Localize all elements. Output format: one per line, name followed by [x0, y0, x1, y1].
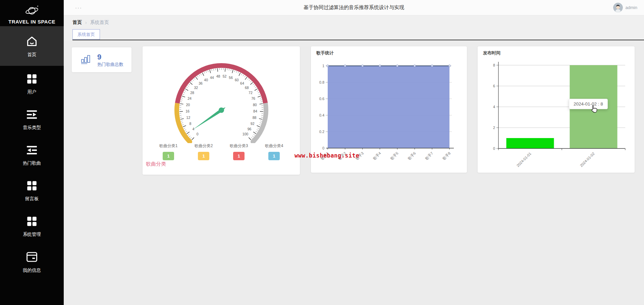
sidebar-item-users[interactable]: 用户: [0, 66, 64, 101]
svg-text:64: 64: [240, 81, 244, 85]
watermark: www.bishebang.site: [294, 152, 359, 159]
chart-tooltip: 2024-01-02 : 8: [569, 99, 608, 109]
planet-icon: [23, 4, 41, 18]
svg-text:24: 24: [187, 96, 192, 100]
svg-text:96: 96: [248, 127, 252, 131]
category-value-badge: 1: [198, 152, 209, 160]
logo: TRAVEL IN SPACE: [0, 0, 64, 26]
category-legend-item: 歌曲分类31: [224, 143, 253, 160]
svg-text:60: 60: [235, 78, 239, 82]
breadcrumb-home[interactable]: 首页: [72, 19, 82, 26]
release-bar-chart: 024682024-01-012024-01-02: [478, 46, 635, 173]
singer-chart-title: 歌手统计: [316, 50, 334, 56]
dashboard-content: 9 热门歌曲总数 0481216202428323640444852566064…: [64, 40, 644, 305]
svg-text:40: 40: [204, 78, 208, 82]
category-value-badge: 1: [163, 152, 174, 160]
svg-text:72: 72: [249, 91, 253, 95]
main-area: ··· 基于协同过滤算法的音乐推荐系统设计与实现 admin 首页 › 系统首页: [64, 0, 644, 305]
menu-collapse-button[interactable]: ···: [75, 5, 82, 10]
home-icon: [25, 34, 39, 48]
svg-text:28: 28: [190, 91, 194, 95]
svg-text:56: 56: [229, 76, 233, 80]
grid-icon: [25, 72, 39, 86]
gauge-category-legend: 歌曲分类11歌曲分类21歌曲分类31歌曲分类41: [154, 143, 288, 160]
category-name: 歌曲分类2: [189, 143, 218, 149]
svg-text:80: 80: [253, 103, 257, 107]
svg-text:0: 0: [322, 146, 324, 150]
svg-text:84: 84: [253, 109, 257, 113]
svg-text:2024-01-02: 2024-01-02: [579, 151, 595, 168]
svg-text:歌手8: 歌手8: [442, 151, 451, 161]
svg-text:4: 4: [193, 127, 195, 131]
svg-text:12: 12: [186, 116, 191, 120]
grid-icon: [25, 215, 39, 228]
svg-text:歌手4: 歌手4: [372, 151, 382, 161]
svg-text:8: 8: [493, 63, 495, 67]
breadcrumb-separator-icon: ›: [85, 20, 87, 25]
svg-text:0.2: 0.2: [319, 130, 324, 134]
svg-text:92: 92: [251, 122, 255, 126]
sidebar: TRAVEL IN SPACE 首页用户音乐类型热门歌曲留言板系统管理我的信息: [0, 0, 64, 305]
svg-text:100: 100: [243, 132, 249, 136]
page-title: 基于协同过滤算法的音乐推荐系统设计与实现: [64, 4, 644, 11]
sidebar-item-music-type[interactable]: 音乐类型: [0, 101, 64, 137]
svg-text:68: 68: [245, 86, 249, 90]
svg-text:16: 16: [185, 109, 190, 113]
sidebar-item-home[interactable]: 首页: [0, 26, 64, 66]
song-category-gauge-card: 0481216202428323640444852566064687276808…: [143, 46, 300, 175]
sidebar-item-label: 系统管理: [23, 231, 41, 237]
breadcrumb-current: 系统首页: [90, 19, 109, 26]
svg-text:1: 1: [322, 64, 324, 68]
stat-value: 9: [97, 52, 123, 62]
svg-text:2024-01-01: 2024-01-01: [516, 151, 532, 168]
sidebar-item-message-board[interactable]: 留言板: [0, 173, 64, 208]
svg-text:4: 4: [493, 105, 495, 109]
category-legend-item: 歌曲分类11: [154, 143, 183, 160]
tab-bar: 系统首页: [64, 29, 644, 40]
release-chart-title: 发布时间: [483, 50, 500, 56]
user-menu[interactable]: admin: [613, 3, 637, 12]
svg-text:44: 44: [210, 76, 214, 80]
hot-songs-total-card[interactable]: 9 热门歌曲总数: [72, 47, 131, 72]
list-right-icon: [25, 108, 39, 121]
svg-text:52: 52: [223, 74, 227, 78]
svg-text:48: 48: [216, 74, 220, 78]
category-name: 歌曲分类1: [154, 143, 183, 149]
sidebar-item-label: 留言板: [25, 196, 39, 202]
user-avatar[interactable]: [613, 3, 623, 12]
category-legend-item: 歌曲分类21: [189, 143, 218, 160]
svg-text:8: 8: [189, 122, 191, 126]
gauge-chart-title: 歌曲分类: [146, 161, 166, 167]
sidebar-item-label: 我的信息: [23, 267, 41, 273]
sidebar-item-label: 首页: [28, 52, 37, 58]
user-name: admin: [626, 5, 637, 10]
svg-text:歌手7: 歌手7: [424, 151, 434, 161]
tab-system-home[interactable]: 系统首页: [72, 29, 100, 40]
svg-text:76: 76: [251, 96, 255, 100]
release-time-card: 发布时间 024682024-01-012024-01-02 2024-01-0…: [478, 46, 635, 173]
sidebar-item-label: 音乐类型: [23, 125, 41, 131]
svg-text:0: 0: [493, 146, 495, 150]
svg-text:32: 32: [194, 86, 198, 90]
bar-chart-icon: [80, 53, 92, 67]
category-name: 歌曲分类3: [224, 143, 253, 149]
svg-text:36: 36: [199, 81, 203, 85]
sidebar-item-my-info[interactable]: 我的信息: [0, 244, 64, 279]
category-legend-item: 歌曲分类41: [260, 143, 288, 160]
top-header: ··· 基于协同过滤算法的音乐推荐系统设计与实现 admin: [64, 0, 644, 15]
sidebar-item-hot-songs[interactable]: 热门歌曲: [0, 137, 64, 173]
svg-text:歌手5: 歌手5: [389, 151, 399, 161]
grid-icon: [25, 179, 39, 192]
category-name: 歌曲分类4: [260, 143, 288, 149]
svg-text:2: 2: [493, 126, 495, 130]
svg-text:歌手6: 歌手6: [407, 151, 416, 161]
sidebar-menu: 首页用户音乐类型热门歌曲留言板系统管理我的信息: [0, 26, 64, 279]
svg-text:20: 20: [186, 103, 190, 107]
category-value-badge: 1: [233, 152, 245, 160]
svg-text:6: 6: [493, 84, 495, 88]
sidebar-item-system-manage[interactable]: 系统管理: [0, 208, 64, 244]
sidebar-item-label: 热门歌曲: [23, 160, 41, 166]
app-window: TRAVEL IN SPACE 首页用户音乐类型热门歌曲留言板系统管理我的信息 …: [0, 0, 644, 305]
svg-text:0.4: 0.4: [319, 113, 324, 117]
svg-text:0.6: 0.6: [319, 97, 324, 101]
